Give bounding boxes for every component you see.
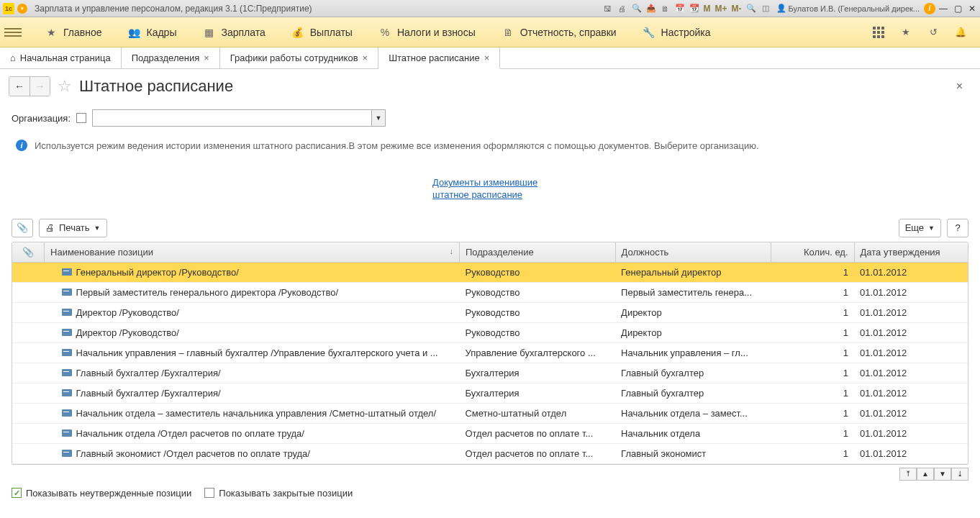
scroll-up-button[interactable]: ▲ [917, 468, 934, 481]
table-row[interactable]: Начальник управления – главный бухгалтер… [12, 342, 968, 363]
chevron-down-icon: ▼ [928, 224, 935, 232]
save-icon[interactable]: 🖫 [602, 2, 614, 15]
titlebar: 1c ▾ Зарплата и управление персоналом, р… [0, 0, 980, 17]
info-icon[interactable]: i [924, 3, 935, 14]
org-select-input[interactable] [92, 109, 371, 127]
table-row[interactable]: Начальник отдела – заместитель начальник… [12, 403, 968, 423]
col-name-header[interactable]: Наименование позиции↓ [45, 242, 460, 263]
staffing-table: 📎 Наименование позиции↓ Подразделение До… [12, 242, 968, 465]
send-icon[interactable]: 📤 [645, 2, 658, 15]
tab-bar: ⌂Начальная страница Подразделения× Графи… [0, 47, 980, 69]
footer-options: ✓ Показывать неутвержденные позиции Пока… [0, 481, 980, 506]
tab-close-icon[interactable]: × [363, 53, 368, 63]
col-dept-header[interactable]: Подразделение [459, 242, 615, 263]
notifications-icon[interactable]: 🔔 [953, 24, 968, 40]
col-attachment[interactable]: 📎 [12, 242, 45, 263]
history-icon[interactable]: ↺ [925, 24, 941, 40]
page-header: ← → ☆ Штатное расписание × [0, 69, 980, 101]
tab-home[interactable]: ⌂Начальная страница [0, 47, 122, 68]
documents-link[interactable]: Документы изменившие штатное расписание [432, 177, 548, 201]
star-icon: ★ [45, 26, 58, 39]
org-checkbox[interactable] [76, 113, 86, 123]
filter-row: Организация: ▼ [0, 101, 980, 127]
zoom-icon[interactable]: 🔍 [745, 2, 758, 15]
menu-settings[interactable]: 🔧Настройка [630, 17, 724, 47]
tab-close-icon[interactable]: × [204, 53, 209, 63]
hamburger-icon[interactable] [4, 24, 22, 41]
table-row[interactable]: Главный бухгалтер /Бухгалтерия/Бухгалтер… [12, 383, 968, 403]
nav-back-button[interactable]: ← [9, 77, 30, 96]
compare-icon[interactable]: 🗎 [659, 2, 672, 15]
table-row[interactable]: Главный бухгалтер /Бухгалтерия/Бухгалтер… [12, 363, 968, 383]
chevron-down-icon: ▼ [94, 224, 101, 232]
apps-grid-icon[interactable] [871, 24, 886, 40]
table-row[interactable]: Директор /Руководство/РуководствоДиректо… [12, 322, 968, 342]
memory-m[interactable]: M [702, 4, 712, 14]
col-qty-header[interactable]: Колич. ед. [771, 242, 854, 263]
app-icon: 1c [3, 3, 14, 14]
row-icon [62, 349, 72, 356]
memory-mplus[interactable]: M+ [714, 4, 729, 14]
wrench-icon: 🔧 [643, 26, 655, 39]
menu-hr[interactable]: 👥Кадры [115, 17, 190, 47]
col-pos-header[interactable]: Должность [615, 242, 771, 263]
minimize-button[interactable]: — [937, 3, 950, 14]
row-icon [62, 329, 72, 336]
scroll-down-button[interactable]: ▼ [934, 468, 951, 481]
show-unapproved-checkbox[interactable]: ✓ [12, 488, 22, 498]
table-row[interactable]: Главный экономист /Отдел расчетов по опл… [12, 443, 968, 463]
org-dropdown-button[interactable]: ▼ [371, 109, 386, 127]
more-button[interactable]: Еще▼ [899, 219, 941, 237]
favorites-icon[interactable]: ★ [898, 24, 914, 40]
printer-icon: 🖨 [45, 222, 55, 233]
menu-payments[interactable]: 💰Выплаты [278, 17, 366, 47]
table-row[interactable]: Генеральный директор /Руководство/Руково… [12, 262, 968, 282]
close-button[interactable]: ✕ [966, 3, 979, 14]
scroll-bottom-button[interactable]: ⤓ [951, 468, 968, 481]
tab-staffing[interactable]: Штатное расписание× [378, 47, 500, 69]
table-row[interactable]: Первый заместитель генерального директор… [12, 282, 968, 302]
table-row[interactable]: Директор /Руководство/РуководствоДиректо… [12, 302, 968, 322]
percent-icon: % [378, 26, 391, 39]
row-icon [62, 409, 72, 417]
scroll-top-button[interactable]: ⤒ [899, 468, 917, 481]
money-icon: 💰 [291, 26, 304, 39]
help-button[interactable]: ? [947, 219, 968, 237]
attach-button[interactable]: 📎 [12, 219, 33, 237]
doc-icon: 🗎 [502, 26, 514, 39]
maximize-button[interactable]: ▢ [951, 3, 964, 14]
sort-asc-icon: ↓ [449, 247, 453, 255]
menu-main[interactable]: ★Главное [32, 17, 115, 47]
calendar31-icon[interactable]: 📆 [688, 2, 701, 15]
panels-icon[interactable]: ◫ [759, 2, 772, 15]
preview-icon[interactable]: 🔍 [630, 2, 643, 15]
favorite-star-icon[interactable]: ☆ [58, 77, 72, 96]
row-icon [62, 430, 72, 437]
people-icon: 👥 [128, 26, 141, 39]
memory-mminus[interactable]: M- [730, 4, 743, 14]
menu-reports[interactable]: 🗎Отчетность, справки [489, 17, 630, 47]
user-display[interactable]: 👤Булатов И.В. (Генеральный дирек... [773, 4, 922, 13]
col-date-header[interactable]: Дата утверждения [854, 242, 968, 263]
show-closed-checkbox[interactable] [204, 488, 214, 498]
paperclip-icon: 📎 [17, 222, 28, 233]
menu-taxes[interactable]: %Налоги и взносы [366, 17, 489, 47]
print-button[interactable]: 🖨Печать▼ [39, 219, 107, 237]
table-row[interactable]: Начальник отдела /Отдел расчетов по опла… [12, 423, 968, 443]
tab-close-icon[interactable]: × [484, 53, 490, 63]
calendar-icon[interactable]: 📅 [673, 2, 686, 15]
tab-schedules[interactable]: Графики работы сотрудников× [220, 47, 378, 68]
tab-departments[interactable]: Подразделения× [122, 47, 220, 68]
row-icon [62, 450, 72, 457]
menu-salary[interactable]: ▦Зарплата [189, 17, 278, 47]
print-icon[interactable]: 🖨 [616, 2, 629, 15]
org-label: Организация: [12, 113, 71, 124]
app-dropdown-icon[interactable]: ▾ [17, 4, 27, 14]
app-title: Зарплата и управление персоналом, редакц… [35, 4, 312, 14]
row-icon [62, 268, 72, 276]
nav-forward-button[interactable]: → [30, 77, 50, 96]
page-close-button[interactable]: × [956, 80, 971, 93]
home-icon: ⌂ [10, 53, 16, 63]
show-unapproved-label: Показывать неутвержденные позиции [26, 488, 191, 499]
paperclip-icon: 📎 [22, 247, 34, 258]
